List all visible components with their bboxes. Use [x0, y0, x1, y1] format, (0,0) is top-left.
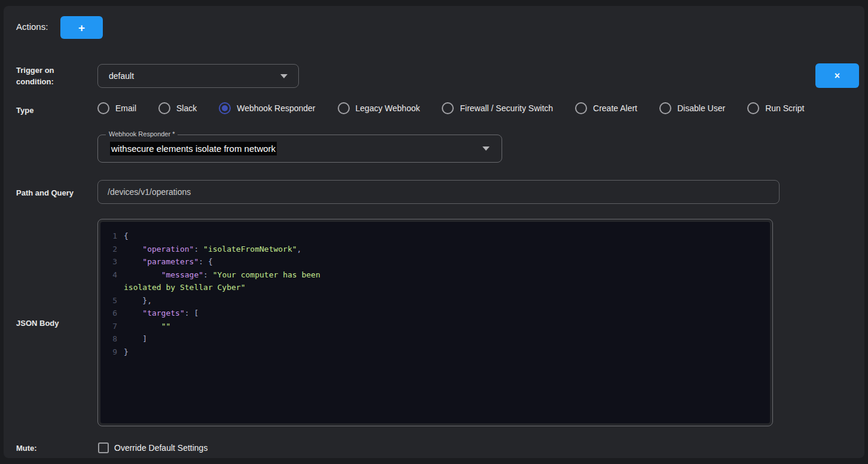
- code-line: 2 "operation": "isolateFromNetwork",: [100, 243, 770, 256]
- radio-circle-icon: [747, 102, 759, 114]
- code-text: "targets": [: [124, 307, 198, 320]
- line-number: 5: [100, 294, 117, 307]
- plus-icon: +: [78, 22, 85, 33]
- trigger-condition-label: Trigger on condition:: [16, 65, 54, 87]
- code-line: 6 "targets": [: [100, 307, 770, 320]
- code-text: },: [124, 294, 152, 307]
- trigger-condition-select[interactable]: default: [97, 64, 299, 88]
- radio-dot-icon: [161, 105, 167, 111]
- radio-label: Run Script: [765, 103, 804, 113]
- override-default-settings-checkbox[interactable]: [98, 442, 109, 453]
- type-radio-run-script[interactable]: Run Script: [747, 102, 804, 114]
- radio-label: Email: [115, 103, 136, 113]
- type-radio-webhook-responder[interactable]: Webhook Responder: [219, 102, 315, 114]
- radio-circle-icon: [158, 102, 170, 114]
- radio-circle-icon: [219, 102, 231, 114]
- code-line: 1{: [100, 230, 770, 243]
- code-text: "message": "Your computer has been: [124, 268, 320, 282]
- radio-dot-icon: [100, 105, 106, 111]
- code-line: isolated by Stellar Cyber": [100, 281, 770, 294]
- radio-circle-icon: [442, 102, 454, 114]
- type-radio-legacy-webhook[interactable]: Legacy Webhook: [338, 102, 420, 114]
- code-line: 5 },: [100, 294, 770, 307]
- code-text: isolated by Stellar Cyber": [124, 281, 246, 294]
- code-text: "": [124, 320, 170, 333]
- override-default-settings-label: Override Default Settings: [114, 443, 207, 453]
- webhook-responder-value: withsecure elements isolate from network: [110, 142, 277, 155]
- radio-label: Legacy Webhook: [356, 103, 420, 113]
- radio-label: Create Alert: [593, 103, 637, 113]
- radio-label: Firewall / Security Switch: [460, 103, 553, 113]
- trigger-condition-label-line2: condition:: [16, 76, 54, 87]
- chevron-down-icon: [280, 74, 288, 78]
- type-radio-group: EmailSlackWebhook ResponderLegacy Webhoo…: [97, 100, 805, 116]
- code-line: 7 "": [100, 320, 770, 333]
- webhook-responder-label: Webhook Responder *: [106, 130, 178, 138]
- line-number: 4: [100, 268, 117, 282]
- radio-dot-icon: [445, 105, 451, 111]
- chevron-down-icon: [482, 146, 490, 151]
- code-text: "operation": "isolateFromNetwork",: [124, 243, 301, 256]
- type-label: Type: [16, 105, 33, 116]
- type-radio-create-alert[interactable]: Create Alert: [575, 102, 637, 114]
- trigger-condition-label-line1: Trigger on: [16, 65, 54, 76]
- line-number: 3: [100, 255, 117, 268]
- line-number: 9: [100, 346, 117, 359]
- radio-dot-icon: [578, 105, 584, 111]
- radio-label: Webhook Responder: [237, 103, 315, 113]
- line-number: 1: [100, 230, 117, 243]
- actions-label: Actions:: [16, 22, 48, 32]
- type-radio-email[interactable]: Email: [97, 102, 136, 114]
- line-number: [100, 281, 117, 294]
- radio-circle-icon: [659, 102, 671, 114]
- code-text: "parameters": {: [124, 255, 213, 268]
- code-text: ]: [124, 332, 147, 346]
- path-query-label: Path and Query: [16, 187, 74, 199]
- radio-label: Disable User: [677, 103, 725, 113]
- close-icon: ×: [835, 71, 840, 81]
- radio-circle-icon: [575, 102, 587, 114]
- radio-dot-icon: [750, 105, 756, 111]
- line-number: 7: [100, 320, 117, 333]
- line-number: 8: [100, 332, 117, 346]
- json-body-label: JSON Body: [16, 318, 59, 329]
- code-editor-content[interactable]: 1{2 "operation": "isolateFromNetwork",3 …: [100, 222, 770, 423]
- code-line: 9}: [100, 346, 770, 359]
- webhook-responder-select[interactable]: Webhook Responder * withsecure elements …: [97, 135, 502, 163]
- type-radio-disable-user[interactable]: Disable User: [659, 102, 725, 114]
- type-radio-firewall-security-switch[interactable]: Firewall / Security Switch: [442, 102, 553, 114]
- radio-dot-icon: [222, 105, 228, 111]
- radio-circle-icon: [338, 102, 350, 114]
- trigger-condition-value: default: [109, 71, 274, 81]
- add-action-button[interactable]: +: [60, 16, 103, 39]
- code-line: 4 "message": "Your computer has been: [100, 268, 770, 282]
- type-radio-slack[interactable]: Slack: [158, 102, 197, 114]
- remove-action-button[interactable]: ×: [815, 63, 859, 88]
- radio-dot-icon: [341, 105, 347, 111]
- code-line: 3 "parameters": {: [100, 255, 770, 268]
- line-number: 6: [100, 307, 117, 320]
- radio-circle-icon: [97, 102, 109, 114]
- radio-dot-icon: [662, 105, 668, 111]
- json-body-editor[interactable]: 1{2 "operation": "isolateFromNetwork",3 …: [97, 219, 773, 426]
- code-line: 8 ]: [100, 332, 770, 346]
- line-number: 2: [100, 243, 117, 256]
- code-text: }: [124, 346, 129, 359]
- radio-label: Slack: [176, 103, 197, 113]
- code-text: {: [124, 230, 129, 243]
- mute-label: Mute:: [16, 442, 37, 454]
- path-query-input[interactable]: [97, 180, 780, 204]
